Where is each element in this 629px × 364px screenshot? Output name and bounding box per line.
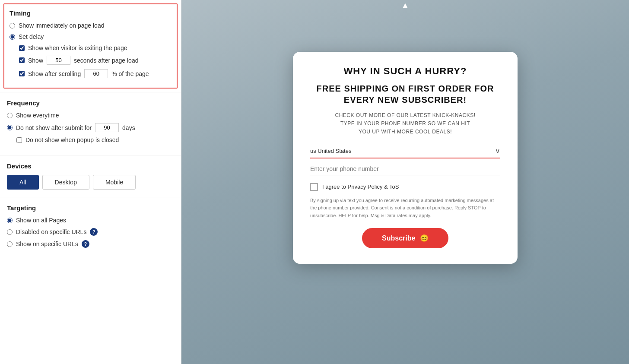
seconds-input[interactable] [47, 56, 70, 65]
show-exiting-label[interactable]: Show when visitor is exiting the page [28, 44, 127, 51]
left-panel: Timing Show immediately on page load Set… [0, 0, 181, 364]
disabled-specific-label[interactable]: Disabled on specific URLs [16, 228, 86, 235]
frequency-section: Frequency Show everytime Do not show aft… [0, 94, 181, 153]
legal-text: By signing up via text you agree to rece… [310, 197, 500, 220]
timing-title: Timing [10, 9, 172, 17]
chevron-down-icon: ∨ [495, 147, 500, 155]
show-all-pages-radio[interactable] [7, 218, 13, 223]
privacy-label: I agree to Privacy Policy & ToS [322, 184, 399, 190]
show-specific-label[interactable]: Show on specific URLs [16, 241, 78, 247]
show-scrolling-checkbox[interactable] [19, 71, 25, 76]
show-exiting-row: Show when visitor is exiting the page [19, 44, 172, 51]
show-specific-radio[interactable] [7, 241, 13, 247]
show-everytime-row: Show everytime [7, 112, 174, 119]
do-not-show-row: Do not show after submit for days [7, 123, 174, 132]
disabled-specific-radio[interactable] [7, 229, 13, 235]
show-scrolling-label: Show after scrolling % of the page [28, 69, 149, 78]
show-immediately-label[interactable]: Show immediately on page load [19, 22, 104, 29]
show-all-pages-row: Show on all Pages [7, 217, 174, 224]
phone-input[interactable] [310, 165, 500, 172]
do-not-show-days-input[interactable] [95, 123, 119, 132]
targeting-title: Targeting [7, 204, 174, 212]
popup-subtext: CHECK OUT MORE OF OUR LATEST KNICK-KNACK… [310, 111, 500, 136]
frequency-title: Frequency [7, 99, 174, 107]
show-immediately-row: Show immediately on page load [10, 22, 172, 29]
do-not-show-closed-row: Do not show when popup is closed [16, 136, 174, 143]
subscribe-label: Subscribe [382, 234, 415, 242]
disabled-specific-help-icon[interactable]: ? [90, 228, 98, 236]
devices-buttons: All Desktop Mobile [7, 175, 174, 190]
privacy-row: I agree to Privacy Policy & ToS [310, 183, 500, 191]
divider-3 [0, 197, 181, 197]
all-devices-button[interactable]: All [7, 175, 39, 190]
show-all-pages-label[interactable]: Show on all Pages [16, 217, 66, 224]
popup-heading1: WHY IN SUCH A HURRY? [310, 66, 500, 77]
subscribe-emoji: 😊 [420, 234, 429, 242]
popup-modal: WHY IN SUCH A HURRY? FREE SHIPPING ON FI… [293, 52, 518, 264]
show-immediately-radio[interactable] [10, 23, 15, 28]
devices-title: Devices [7, 162, 174, 170]
mobile-button[interactable]: Mobile [93, 175, 136, 190]
show-seconds-label: Show seconds after page load [28, 56, 138, 65]
popup-heading2: FREE SHIPPING ON FIRST ORDER FOR EVERY N… [310, 83, 500, 105]
preview-panel: ▲ WHY IN SUCH A HURRY? FREE SHIPPING ON … [181, 0, 629, 364]
set-delay-radio[interactable] [10, 34, 15, 40]
phone-input-row [310, 165, 500, 175]
devices-section: Devices All Desktop Mobile [0, 157, 181, 195]
timing-section: Timing Show immediately on page load Set… [3, 3, 178, 89]
show-exiting-checkbox[interactable] [19, 45, 25, 51]
divider-1 [0, 92, 181, 92]
divider-2 [0, 155, 181, 155]
do-not-show-label: Do not show after submit for days [16, 123, 135, 132]
privacy-checkbox[interactable] [310, 183, 318, 191]
show-specific-help-icon[interactable]: ? [82, 240, 89, 248]
do-not-show-closed-label[interactable]: Do not show when popup is closed [25, 136, 119, 143]
desktop-button[interactable]: Desktop [42, 175, 89, 190]
show-seconds-checkbox[interactable] [19, 57, 25, 63]
targeting-section: Targeting Show on all Pages Disabled on … [0, 199, 181, 257]
do-not-show-closed-checkbox[interactable] [16, 137, 22, 143]
do-not-show-radio[interactable] [7, 125, 13, 130]
show-seconds-row: Show seconds after page load [19, 56, 172, 65]
scrolling-input[interactable] [84, 69, 108, 78]
show-everytime-radio[interactable] [7, 113, 13, 118]
country-value: us United States [310, 148, 495, 154]
set-delay-row: Set delay [10, 33, 172, 40]
subscribe-button[interactable]: Subscribe 😊 [362, 228, 448, 248]
country-select[interactable]: us United States ∨ [310, 147, 500, 158]
show-scrolling-row: Show after scrolling % of the page [19, 69, 172, 78]
disabled-specific-row: Disabled on specific URLs ? [7, 228, 174, 236]
set-delay-label[interactable]: Set delay [19, 33, 44, 40]
top-arrow-icon: ▲ [401, 1, 409, 10]
show-specific-row: Show on specific URLs ? [7, 240, 174, 248]
show-everytime-label[interactable]: Show everytime [16, 112, 59, 119]
